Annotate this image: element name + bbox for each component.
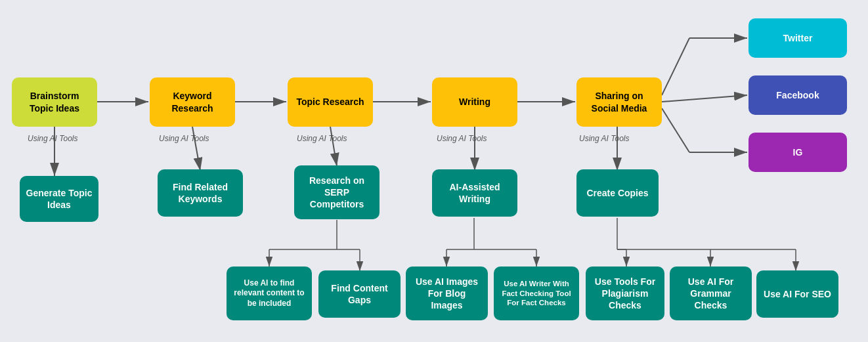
content-gaps-label: Find Content Gaps <box>324 282 395 306</box>
svg-line-7 <box>662 95 747 102</box>
content-gaps-node: Find Content Gaps <box>318 270 401 318</box>
keyword-label: Keyword Research <box>155 90 230 114</box>
plagiarism-node: Use Tools For Plagiarism Checks <box>586 267 664 320</box>
plagiarism-label: Use Tools For Plagiarism Checks <box>591 276 659 312</box>
ai-images-label: Use AI Images For Blog Images <box>411 276 483 312</box>
seo-node: Use AI For SEO <box>756 270 838 318</box>
ig-label: IG <box>793 146 803 158</box>
sharing-label: Sharing on Social Media <box>582 90 657 114</box>
sharing-node: Sharing on Social Media <box>576 77 662 127</box>
generate-label: Generate Topic Ideas <box>25 187 93 211</box>
serp-label: Research on SERP Competitors <box>299 175 374 211</box>
fact-check-label: Use AI Writer With Fact Checking Tool Fo… <box>499 279 574 309</box>
copies-label: Create Copies <box>586 187 648 199</box>
diagram: Brainstorm Topic Ideas Keyword Research … <box>0 0 868 342</box>
svg-line-8 <box>662 108 689 152</box>
svg-line-12 <box>330 127 337 166</box>
topic-label: Topic Research <box>296 96 364 108</box>
find-content-label: Use AI to find relevant content to be in… <box>232 278 307 309</box>
brainstorm-node: Brainstorm Topic Ideas <box>12 77 97 127</box>
copies-node: Create Copies <box>576 169 659 217</box>
facebook-node: Facebook <box>749 75 847 115</box>
ai-images-node: Use AI Images For Blog Images <box>406 267 488 320</box>
twitter-node: Twitter <box>749 18 847 58</box>
keyword-node: Keyword Research <box>150 77 235 127</box>
writing-label: Writing <box>459 96 490 108</box>
svg-line-5 <box>662 38 689 95</box>
keywords-label: Find Related Keywords <box>163 181 238 205</box>
generate-node: Generate Topic Ideas <box>20 176 98 222</box>
serp-node: Research on SERP Competitors <box>294 165 380 219</box>
writing-node: Writing <box>432 77 517 127</box>
seo-label: Use AI For SEO <box>764 288 831 300</box>
grammar-label: Use AI For Grammar Checks <box>675 276 747 312</box>
ai-writing-node: AI-Assisted Writing <box>432 169 517 217</box>
facebook-label: Facebook <box>776 89 819 101</box>
twitter-label: Twitter <box>783 32 813 44</box>
brainstorm-label: Brainstorm Topic Ideas <box>30 90 79 114</box>
label-topic-ai: Using AI Tools <box>297 134 347 143</box>
topic-node: Topic Research <box>288 77 373 127</box>
keywords-node: Find Related Keywords <box>158 169 243 217</box>
label-sharing-ai: Using AI Tools <box>579 134 629 143</box>
label-brainstorm-ai: Using AI Tools <box>28 134 77 143</box>
grammar-node: Use AI For Grammar Checks <box>670 267 752 320</box>
fact-check-node: Use AI Writer With Fact Checking Tool Fo… <box>494 267 579 320</box>
label-keyword-ai: Using AI Tools <box>159 134 209 143</box>
ai-writing-label: AI-Assisted Writing <box>437 181 512 205</box>
ig-node: IG <box>749 133 847 172</box>
label-writing-ai: Using AI Tools <box>437 134 487 143</box>
find-content-node: Use AI to find relevant content to be in… <box>227 267 312 320</box>
